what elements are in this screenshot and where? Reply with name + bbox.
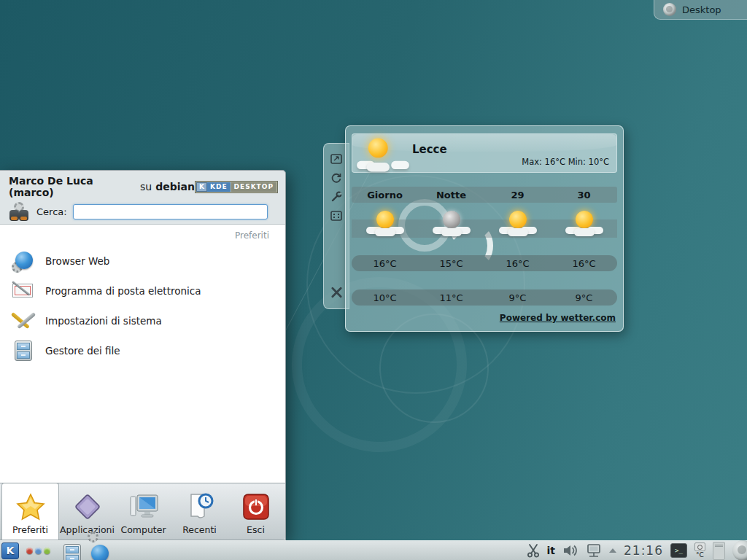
system-settings-icon xyxy=(12,309,35,332)
sun-cloud-icon xyxy=(565,209,603,238)
panel-cashew-icon[interactable] xyxy=(732,540,747,560)
activity-pager[interactable] xyxy=(26,548,50,554)
weather-col-header: 30 xyxy=(551,190,617,201)
favorite-item-email[interactable]: Programma di posta elettronica xyxy=(0,276,285,306)
email-icon xyxy=(12,279,35,303)
pager-dot-blue[interactable] xyxy=(35,548,42,554)
applications-icon xyxy=(72,491,103,522)
tab-label: Recenti xyxy=(182,524,217,535)
search-label: Cerca: xyxy=(36,206,67,217)
search-input[interactable] xyxy=(73,204,268,219)
high-temp: 16°C xyxy=(484,258,551,269)
tab-preferiti[interactable]: Preferiti xyxy=(1,483,59,540)
network-monitor-icon[interactable] xyxy=(586,543,602,558)
tab-computer[interactable]: Computer xyxy=(115,483,171,540)
weather-city: Lecce xyxy=(412,143,447,156)
weather-maxmin: Max: 16°C Min: 10°C xyxy=(522,157,609,167)
settings-wrench-icon[interactable] xyxy=(330,190,343,203)
pager-dot-green[interactable] xyxy=(44,548,50,554)
panel-clock[interactable]: 21:16 xyxy=(624,543,663,558)
weather-low-temps-row: 10°C 11°C 9°C 9°C xyxy=(352,289,617,306)
weather-high-temps-row: 16°C 15°C 16°C 16°C xyxy=(352,255,617,271)
sun-cloud-icon xyxy=(366,209,404,238)
favorite-label: Gestore dei file xyxy=(45,345,120,357)
tab-label: Computer xyxy=(120,524,166,535)
weather-icons-row xyxy=(352,205,617,238)
kickoff-header: Marco De Luca (marco) su debian K KDE DE… xyxy=(0,171,285,224)
weather-header: Lecce Max: 16°C Min: 10°C xyxy=(352,133,617,173)
sun-cloud-icon xyxy=(499,209,537,238)
weather-tray-icon[interactable]: °C xyxy=(694,542,705,559)
volume-icon[interactable] xyxy=(562,544,578,557)
weather-tray-label: °C xyxy=(696,552,704,559)
kde-logo-icon: K xyxy=(196,182,207,192)
hostname: debian xyxy=(155,181,195,192)
weather-col-header: 29 xyxy=(484,190,551,201)
plasma-cashew-icon[interactable] xyxy=(663,3,676,16)
klipper-scissors-icon[interactable] xyxy=(527,543,540,558)
weather-col-header: Giorno xyxy=(352,190,418,201)
bottom-panel: K it 21:16 >_ °C xyxy=(0,540,747,560)
pager-dot-red[interactable] xyxy=(26,548,33,554)
kickoff-user-title: Marco De Luca (marco) su debian K KDE DE… xyxy=(9,175,278,198)
current-weather-icon xyxy=(357,136,409,174)
maximize-icon[interactable] xyxy=(330,209,343,222)
system-tray: it 21:16 >_ °C xyxy=(527,540,747,560)
star-icon xyxy=(15,491,46,522)
kde-launcher-button[interactable]: K xyxy=(1,542,19,559)
tab-recenti[interactable]: Recenti xyxy=(171,483,228,540)
favorites-section-label: Preferiti xyxy=(235,230,269,241)
favorite-label: Impostazioni di sistema xyxy=(45,315,162,327)
kickoff-menu: Marco De Luca (marco) su debian K KDE DE… xyxy=(0,170,286,540)
favorite-item-system-settings[interactable]: Impostazioni di sistema xyxy=(0,306,285,335)
high-temp: 15°C xyxy=(418,258,484,269)
favorite-label: Browser Web xyxy=(45,255,109,267)
low-temp: 9°C xyxy=(484,292,551,303)
moon-cloud-icon xyxy=(433,209,471,238)
close-widget-icon[interactable] xyxy=(330,286,343,298)
recent-documents-icon xyxy=(185,491,215,522)
tray-expand-arrow[interactable] xyxy=(609,548,616,553)
rotate-icon[interactable] xyxy=(330,171,343,184)
low-temp: 11°C xyxy=(418,292,484,303)
weather-day-header-row: Giorno Notte 29 30 xyxy=(352,187,617,203)
desktop-toolbox-label: Desktop xyxy=(682,4,721,15)
favorite-item-browser-web[interactable]: Browser Web xyxy=(0,246,285,276)
wetter-credit-link[interactable]: Powered by wetter.com xyxy=(500,313,616,323)
kde-badge-text: KDE xyxy=(207,182,231,192)
search-binoculars-icon xyxy=(9,202,31,221)
desktop-badge-text: DESKTOP xyxy=(231,182,276,192)
favorite-item-file-manager[interactable]: Gestore dei file xyxy=(0,336,285,365)
weather-col-header: Notte xyxy=(418,190,484,201)
desktop-toolbox[interactable]: Desktop xyxy=(654,0,747,20)
tab-esci[interactable]: Esci xyxy=(228,483,284,540)
web-browser-taskbar-icon[interactable] xyxy=(88,542,104,559)
kde-desktop-badge: K KDE DESKTOP xyxy=(195,181,278,193)
resize-icon[interactable] xyxy=(330,152,343,165)
power-icon xyxy=(241,491,271,522)
terminal-taskbar-icon[interactable]: >_ xyxy=(670,543,687,558)
favorite-label: Programma di posta elettronica xyxy=(45,285,201,297)
computer-icon xyxy=(128,491,159,522)
user-name: Marco De Luca (marco) xyxy=(9,175,136,198)
high-temp: 16°C xyxy=(352,258,418,269)
tab-applicazioni[interactable]: Applicazioni xyxy=(59,483,115,540)
kickoff-tab-bar: Preferiti Applicazioni Computer Recenti … xyxy=(0,483,285,540)
high-temp: 16°C xyxy=(551,258,617,269)
low-temp: 9°C xyxy=(551,292,617,303)
file-manager-icon xyxy=(12,339,35,362)
file-manager-taskbar-icon[interactable] xyxy=(61,542,77,559)
user-host-connector: su xyxy=(140,181,152,192)
panel-mini-widget[interactable] xyxy=(713,542,725,560)
keyboard-layout-indicator[interactable]: it xyxy=(547,545,556,556)
kickoff-search-row: Cerca: xyxy=(9,202,278,221)
low-temp: 10°C xyxy=(352,292,418,303)
tab-label: Esci xyxy=(247,524,265,535)
tab-label: Applicazioni xyxy=(60,524,115,535)
weather-widget: Lecce Max: 16°C Min: 10°C Giorno Notte 2… xyxy=(345,125,624,332)
kickoff-favorites-list: Preferiti Browser Web Programma di posta… xyxy=(0,224,285,483)
tab-label: Preferiti xyxy=(12,524,48,535)
web-browser-icon xyxy=(12,249,35,273)
